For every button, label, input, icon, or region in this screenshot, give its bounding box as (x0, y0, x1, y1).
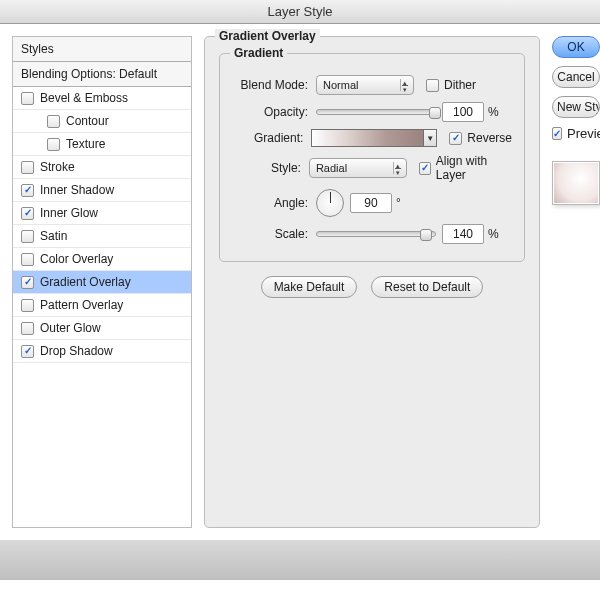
checkbox[interactable] (21, 184, 34, 197)
ok-button[interactable]: OK (552, 36, 600, 58)
styles-panel: Styles Blending Options: Default Bevel &… (12, 36, 192, 528)
row-scale: Scale: 140 % (232, 224, 512, 244)
label-opacity: Opacity: (232, 105, 316, 119)
align-label: Align with Layer (436, 154, 512, 182)
style-label: Contour (66, 114, 109, 128)
style-row-drop-shadow[interactable]: Drop Shadow (13, 340, 191, 363)
scale-input[interactable]: 140 (442, 224, 484, 244)
group-title: Gradient Overlay (215, 29, 320, 43)
preview-thumbnail (552, 161, 600, 205)
slider-thumb[interactable] (429, 107, 441, 119)
preview-label: Preview (567, 126, 600, 141)
opacity-slider[interactable] (316, 109, 436, 115)
new-style-button[interactable]: New Style... (552, 96, 600, 118)
style-label: Bevel & Emboss (40, 91, 128, 105)
window-title: Layer Style (0, 0, 600, 24)
window-footer (0, 540, 600, 580)
opacity-unit: % (488, 105, 499, 119)
checkbox[interactable] (21, 161, 34, 174)
gradient-overlay-group: Gradient Overlay Gradient Blend Mode: No… (204, 36, 540, 528)
checkbox[interactable] (47, 138, 60, 151)
row-opacity: Opacity: 100 % (232, 102, 512, 122)
dialog-buttons: OK Cancel New Style... Preview (552, 36, 600, 528)
scale-unit: % (488, 227, 499, 241)
row-style: Style: Radial Align with Layer (232, 154, 512, 182)
style-row-color-overlay[interactable]: Color Overlay (13, 248, 191, 271)
chevron-updown-icon (393, 161, 403, 177)
label-blend-mode: Blend Mode: (232, 78, 316, 92)
checkbox[interactable] (426, 79, 439, 92)
blending-options-row[interactable]: Blending Options: Default (13, 62, 191, 87)
dither-checkbox-wrap[interactable]: Dither (426, 78, 476, 92)
inner-title: Gradient (230, 46, 287, 60)
angle-dial[interactable] (316, 189, 344, 217)
style-row-inner-glow[interactable]: Inner Glow (13, 202, 191, 225)
cancel-button[interactable]: Cancel (552, 66, 600, 88)
angle-input[interactable]: 90 (350, 193, 392, 213)
style-row-pattern-overlay[interactable]: Pattern Overlay (13, 294, 191, 317)
settings-panel: Gradient Overlay Gradient Blend Mode: No… (204, 36, 540, 528)
style-label: Texture (66, 137, 105, 151)
checkbox[interactable] (419, 162, 431, 175)
select-value: Radial (316, 162, 347, 174)
checkbox[interactable] (21, 345, 34, 358)
style-row-stroke[interactable]: Stroke (13, 156, 191, 179)
angle-unit: ° (396, 196, 401, 210)
style-label: Drop Shadow (40, 344, 113, 358)
opacity-input[interactable]: 100 (442, 102, 484, 122)
gradient-group: Gradient Blend Mode: Normal Dither (219, 53, 525, 262)
style-row-bevel-emboss[interactable]: Bevel & Emboss (13, 87, 191, 110)
style-select[interactable]: Radial (309, 158, 407, 178)
label-gradient: Gradient: (232, 131, 311, 145)
dither-label: Dither (444, 78, 476, 92)
style-label: Pattern Overlay (40, 298, 123, 312)
reverse-label: Reverse (467, 131, 512, 145)
checkbox[interactable] (21, 207, 34, 220)
style-label: Stroke (40, 160, 75, 174)
style-row-contour[interactable]: Contour (13, 110, 191, 133)
label-style: Style: (232, 161, 309, 175)
reverse-checkbox-wrap[interactable]: Reverse (449, 131, 512, 145)
default-buttons: Make Default Reset to Default (219, 276, 525, 298)
style-label: Inner Shadow (40, 183, 114, 197)
checkbox[interactable] (449, 132, 462, 145)
styles-header[interactable]: Styles (13, 37, 191, 62)
slider-thumb[interactable] (420, 229, 432, 241)
row-gradient: Gradient: ▼ Reverse (232, 129, 512, 147)
reset-default-button[interactable]: Reset to Default (371, 276, 483, 298)
style-label: Color Overlay (40, 252, 113, 266)
chevron-updown-icon (400, 78, 410, 94)
style-row-outer-glow[interactable]: Outer Glow (13, 317, 191, 340)
style-row-satin[interactable]: Satin (13, 225, 191, 248)
checkbox[interactable] (21, 322, 34, 335)
style-label: Inner Glow (40, 206, 98, 220)
checkbox[interactable] (21, 230, 34, 243)
dialog-body: Styles Blending Options: Default Bevel &… (0, 24, 600, 540)
style-label: Satin (40, 229, 67, 243)
style-row-inner-shadow[interactable]: Inner Shadow (13, 179, 191, 202)
checkbox[interactable] (21, 276, 34, 289)
gradient-swatch[interactable] (311, 129, 424, 147)
gradient-dropdown-icon[interactable]: ▼ (424, 129, 437, 147)
make-default-button[interactable]: Make Default (261, 276, 358, 298)
label-scale: Scale: (232, 227, 316, 241)
checkbox[interactable] (552, 127, 562, 140)
checkbox[interactable] (21, 92, 34, 105)
select-value: Normal (323, 79, 358, 91)
style-label: Gradient Overlay (40, 275, 131, 289)
checkbox[interactable] (21, 299, 34, 312)
checkbox[interactable] (47, 115, 60, 128)
style-label: Outer Glow (40, 321, 101, 335)
checkbox[interactable] (21, 253, 34, 266)
style-row-texture[interactable]: Texture (13, 133, 191, 156)
align-checkbox-wrap[interactable]: Align with Layer (419, 154, 512, 182)
style-row-gradient-overlay[interactable]: Gradient Overlay (13, 271, 191, 294)
scale-slider[interactable] (316, 231, 436, 237)
label-angle: Angle: (232, 196, 316, 210)
blend-mode-select[interactable]: Normal (316, 75, 414, 95)
preview-checkbox-wrap[interactable]: Preview (552, 126, 600, 141)
row-angle: Angle: 90 ° (232, 189, 512, 217)
layer-style-dialog: Layer Style Styles Blending Options: Def… (0, 0, 600, 600)
row-blend-mode: Blend Mode: Normal Dither (232, 75, 512, 95)
